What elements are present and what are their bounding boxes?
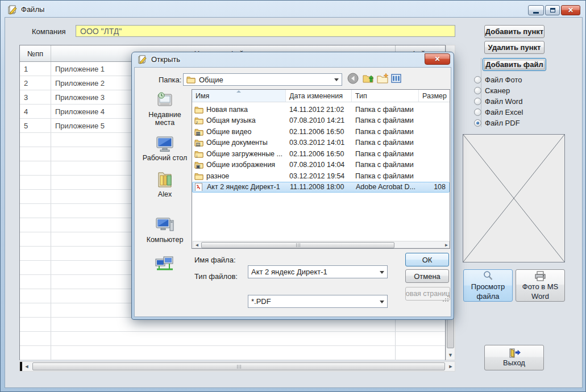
list-header-size[interactable]: Размер bbox=[419, 90, 450, 102]
file-row[interactable]: ▣Общие изображения07.08.2010 14:04Папка … bbox=[192, 160, 450, 171]
back-icon[interactable] bbox=[347, 73, 359, 84]
list-header-type[interactable]: Тип bbox=[352, 90, 419, 102]
list-header-date[interactable]: Дата изменения bbox=[286, 90, 352, 102]
table-cell bbox=[20, 218, 51, 232]
table-cell: 1 bbox=[20, 62, 51, 76]
ok-button[interactable]: ОК bbox=[405, 253, 449, 266]
folder-icon bbox=[186, 76, 196, 84]
radio-label: Файл Фото bbox=[485, 76, 522, 84]
photo-to-word-button[interactable]: Фото в MS Word bbox=[516, 269, 565, 302]
maximize-icon bbox=[550, 8, 555, 12]
table-cell: 5 bbox=[20, 119, 51, 132]
folder-label: Папка: bbox=[159, 76, 181, 84]
vscroll-down-arrow[interactable]: ▼ bbox=[447, 351, 454, 360]
table-cell bbox=[20, 275, 51, 289]
sidebar-item-alex[interactable]: Alex bbox=[139, 170, 191, 198]
column-header-num: №пп bbox=[20, 45, 51, 61]
cancel-button[interactable]: Отмена bbox=[405, 269, 449, 283]
file-row[interactable]: ▤Общие документы03.03.2012 14:01Папка с … bbox=[192, 137, 450, 149]
maximize-button[interactable] bbox=[545, 5, 560, 15]
minimize-button[interactable] bbox=[528, 5, 544, 15]
folder-music-icon: ♪ bbox=[194, 116, 203, 124]
table-cell bbox=[20, 133, 51, 147]
file-type: Папка с файлами bbox=[352, 106, 419, 114]
file-date: 11.11.2008 18:00 bbox=[286, 183, 352, 191]
close-button[interactable]: ✕ bbox=[561, 5, 580, 15]
window-title: Файлы bbox=[21, 5, 44, 14]
file-date: 03.03.2012 14:01 bbox=[286, 139, 352, 147]
radio-файл-excel[interactable]: Файл Excel bbox=[474, 107, 523, 118]
radio-файл-pdf[interactable]: Файл PDF bbox=[474, 118, 523, 128]
chevron-down-icon bbox=[380, 301, 384, 303]
file-name-combobox[interactable]: Акт 2 яндекс Директ-1 bbox=[248, 265, 388, 278]
folder-download-icon: ↓ bbox=[194, 150, 203, 158]
exit-button[interactable]: Выход bbox=[484, 345, 544, 370]
table-cell bbox=[20, 261, 51, 274]
chevron-down-icon bbox=[380, 271, 384, 274]
dlg-hscroll-thumb[interactable] bbox=[201, 242, 394, 248]
radio-icon bbox=[474, 87, 481, 94]
company-input[interactable]: ООО "ЛТД" bbox=[76, 25, 455, 37]
sidebar-item-рабочий-стол[interactable]: Рабочий стол bbox=[139, 135, 191, 162]
open-dialog: Открыть ✕ Папка: Общие Недавние местаРаб… bbox=[131, 52, 454, 320]
sidebar-item-недавние-места[interactable]: Недавние места bbox=[139, 91, 191, 127]
file-row[interactable]: ↓Общие загруженные ...02.11.2006 16:50Па… bbox=[192, 148, 450, 160]
table-cell bbox=[20, 176, 51, 189]
file-list-header: Имя Дата изменения Тип Размер bbox=[192, 90, 450, 102]
dlg-hscroll-right[interactable]: ► bbox=[444, 243, 449, 248]
hscroll-mark bbox=[20, 362, 22, 371]
file-type: Папка с файлами bbox=[352, 161, 419, 169]
folder-video-icon: ▦ bbox=[194, 128, 203, 136]
file-row[interactable]: Новая папка14.11.2012 21:02Папка с файла… bbox=[192, 104, 450, 115]
table-cell bbox=[51, 346, 396, 360]
resize-grip[interactable] bbox=[442, 294, 449, 305]
delete-item-button[interactable]: Удалить пункт bbox=[484, 41, 545, 54]
table-row[interactable] bbox=[20, 346, 445, 360]
preview-crossed-icon bbox=[463, 135, 564, 262]
radio-файл-фото[interactable]: Файл Фото bbox=[474, 74, 523, 85]
file-name: Общие видео bbox=[206, 128, 251, 136]
hscroll-right-arrow[interactable]: ► bbox=[447, 364, 454, 370]
file-type: Папка с файлами bbox=[352, 116, 419, 124]
views-icon[interactable] bbox=[391, 73, 401, 84]
company-label: Компания bbox=[32, 27, 66, 36]
table-cell bbox=[20, 318, 51, 331]
radio-icon bbox=[474, 109, 481, 116]
table-row[interactable] bbox=[20, 332, 445, 346]
sidebar-item-label: Компьютер bbox=[139, 236, 191, 244]
chevron-down-icon bbox=[334, 78, 339, 81]
hscroll-thumb[interactable] bbox=[32, 362, 445, 370]
file-name: Общие изображения bbox=[206, 161, 275, 169]
dlg-hscroll-left[interactable]: ◄ bbox=[194, 243, 200, 248]
folder-combobox[interactable]: Общие bbox=[183, 73, 342, 86]
sidebar-item-компьютер[interactable]: Компьютер bbox=[139, 216, 191, 244]
main-table-hscrollbar[interactable]: ◄ ► bbox=[19, 361, 455, 372]
radio-icon bbox=[474, 76, 481, 84]
table-cell: 4 bbox=[20, 105, 51, 118]
up-folder-icon[interactable] bbox=[363, 73, 375, 84]
magnifier-icon bbox=[483, 270, 494, 282]
file-type: Папка с файлами bbox=[352, 150, 419, 158]
file-name: Общие загруженные ... bbox=[206, 150, 282, 158]
list-header-name[interactable]: Имя bbox=[192, 90, 286, 102]
radio-файл-word[interactable]: Файл Word bbox=[474, 96, 523, 107]
file-date: 07.08.2010 14:21 bbox=[286, 116, 352, 124]
view-file-button[interactable]: Просмотр файла bbox=[463, 269, 513, 302]
radio-сканер[interactable]: Сканер bbox=[474, 85, 523, 96]
dialog-close-button[interactable]: ✕ bbox=[425, 53, 450, 65]
hscroll-left-arrow[interactable]: ◄ bbox=[23, 364, 30, 370]
file-list-hscrollbar[interactable]: ◄ ► bbox=[193, 241, 450, 248]
file-row[interactable]: ▦Общие видео02.11.2006 16:50Папка с файл… bbox=[192, 126, 450, 137]
dialog-title: Открыть bbox=[151, 55, 180, 64]
file-row[interactable]: ♪Общая музыка07.08.2010 14:21Папка с фай… bbox=[192, 115, 450, 127]
file-type-combobox[interactable]: *.PDF bbox=[248, 295, 388, 308]
add-item-button[interactable]: Добавить пункт bbox=[484, 25, 545, 38]
file-row-selected[interactable]: Акт 2 яндекс Директ-111.11.2008 18:00Ado… bbox=[192, 182, 450, 193]
new-folder-icon[interactable] bbox=[377, 73, 389, 84]
sidebar-item-network[interactable] bbox=[139, 256, 191, 274]
file-size: 108 bbox=[419, 183, 449, 191]
file-row[interactable]: разное03.12.2012 19:54Папка с файлами bbox=[192, 170, 450, 182]
file-date: 14.11.2012 21:02 bbox=[286, 106, 352, 114]
recent-places-icon bbox=[139, 91, 191, 111]
add-file-button[interactable]: Добавить файл bbox=[483, 58, 546, 71]
